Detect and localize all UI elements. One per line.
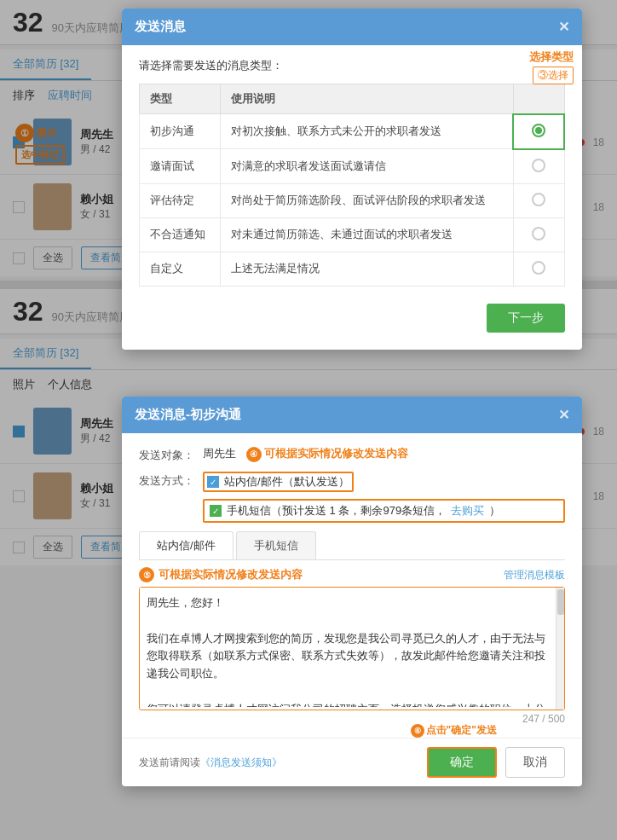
buy-sms-link[interactable]: 去购买 [451, 503, 484, 518]
dialog1-close-icon[interactable]: ✕ [558, 19, 569, 35]
footer-buttons: ⑥点击"确定"发送 确定 取消 [427, 747, 565, 778]
confirm-button[interactable]: 确定 [427, 747, 497, 778]
badge-4: ④ [246, 447, 262, 462]
textarea-wrapper [139, 587, 565, 710]
scrollbar[interactable] [556, 588, 564, 710]
email-checkbox-inner: ✓ 站内信/邮件（默认发送） [207, 474, 349, 490]
dialog2-header: 发送消息-初步沟通 ✕ [122, 397, 582, 433]
sms-option-box: ✓ 手机短信（预计发送 1 条，剩余979条短信， 去购买 ） [203, 499, 565, 523]
radio-1[interactable] [532, 159, 545, 172]
radio-0[interactable] [532, 124, 545, 137]
type-row-2-type: 评估待定 [140, 183, 221, 217]
annotation-type-wrapper: 选择类型 ③选择 [529, 49, 574, 84]
footer-notice: 发送前请阅读《消息发送须知》 [139, 756, 282, 770]
message-type-table: 类型 使用说明 初步沟通对初次接触、联系方式未公开的求职者发送邀请面试对满意的求… [139, 84, 565, 287]
dialog2-body: 发送对象： 周先生 ④可根据实际情况修改发送内容 发送方式： ✓ 站内信/邮件（… [122, 433, 582, 738]
next-btn-wrapper: 下一步 [139, 287, 565, 337]
send-to-value: 周先生 ④可根据实际情况修改发送内容 [203, 446, 565, 462]
cancel-button[interactable]: 取消 [505, 747, 565, 778]
type-row-1-type: 邀请面试 [140, 149, 221, 184]
send-to-row: 发送对象： 周先生 ④可根据实际情况修改发送内容 [139, 446, 565, 463]
next-step-button[interactable]: 下一步 [487, 304, 565, 333]
table-col2-header: 使用说明 [221, 84, 513, 114]
dialog1-body: 请选择需要发送的消息类型： 选择类型 ③选择 类型 使用说明 初步沟通对初次接触… [122, 45, 582, 350]
email-checkbox[interactable]: ✓ [207, 476, 219, 488]
content-tabs: 站内信/邮件 手机短信 [139, 531, 565, 560]
radio-3[interactable] [532, 227, 545, 240]
radio-4[interactable] [532, 261, 545, 275]
dialog-send-message: 发送消息-初步沟通 ✕ 发送对象： 周先生 ④可根据实际情况修改发送内容 发送方… [122, 397, 582, 786]
dialog2-title: 发送消息-初步沟通 [135, 407, 241, 423]
type-row-0-desc: 对初次接触、联系方式未公开的求职者发送 [221, 114, 513, 149]
table-col3-header [513, 84, 564, 114]
type-row-3-desc: 对未通过简历筛选、未通过面试的求职者发送 [221, 217, 513, 252]
manage-template-link[interactable]: 管理消息模板 [504, 568, 565, 582]
type-row-2-radio-cell[interactable] [513, 183, 564, 217]
content-ann-label: 可根据实际情况修改发送内容 [159, 567, 303, 582]
email-option-box: ✓ 站内信/邮件（默认发送） [203, 472, 354, 492]
annotation-6: ⑥点击"确定"发送 [411, 723, 497, 738]
tab-sms-content[interactable]: 手机短信 [236, 531, 316, 559]
send-to-name: 周先生 [203, 447, 236, 460]
sms-checkbox[interactable]: ✓ [210, 505, 222, 517]
ann-3-label: ③选择 [533, 67, 574, 84]
scrollbar-thumb [557, 589, 564, 615]
type-row-4-radio-cell[interactable] [513, 252, 564, 286]
send-method-label: 发送方式： [139, 472, 203, 489]
table-col1-header: 类型 [140, 84, 221, 114]
dialog1-header: 发送消息 ✕ [122, 9, 582, 45]
send-method-row: 发送方式： ✓ 站内信/邮件（默认发送） ✓ 手机短信（预计发送 1 条， [139, 472, 565, 523]
type-row-1-radio-cell[interactable] [513, 149, 564, 184]
sms-close-paren: ） [489, 503, 500, 518]
dialog2-footer: 发送前请阅读《消息发送须知》 ⑥点击"确定"发送 确定 取消 [122, 738, 582, 786]
send-to-label: 发送对象： [139, 446, 203, 463]
tab-email-content[interactable]: 站内信/邮件 [139, 531, 234, 559]
sms-option-text: 手机短信（预计发送 1 条，剩余979条短信， [227, 503, 446, 518]
annotation-4: ④可根据实际情况修改发送内容 [246, 447, 408, 460]
dialog-message-type: 发送消息 ✕ 请选择需要发送的消息类型： 选择类型 ③选择 类型 使用说明 初步… [122, 9, 582, 350]
char-count: 247 / 500 [139, 713, 565, 725]
dialog2-close-icon[interactable]: ✕ [558, 407, 569, 423]
email-option-row: ✓ 站内信/邮件（默认发送） [203, 472, 565, 492]
confirm-wrapper: ⑥点击"确定"发送 确定 [427, 747, 497, 778]
notice-link[interactable]: 《消息发送须知》 [200, 756, 282, 768]
type-row-3-radio-cell[interactable] [513, 217, 564, 252]
message-textarea[interactable] [140, 588, 564, 707]
type-row-0-radio-cell[interactable] [513, 114, 564, 149]
type-row-2-desc: 对尚处于简历筛选阶段、面试评估阶段的求职者发送 [221, 183, 513, 217]
badge-5: ⑤ [139, 567, 154, 582]
radio-2[interactable] [532, 193, 545, 206]
dialog1-description: 请选择需要发送的消息类型： [139, 58, 565, 73]
type-row-4-type: 自定义 [140, 252, 221, 286]
type-row-0-type: 初步沟通 [140, 114, 221, 149]
content-area-header: ⑤ 可根据实际情况修改发送内容 管理消息模板 [139, 567, 565, 582]
ann-select-type: 选择类型 [529, 49, 574, 65]
email-option-label: 站内信/邮件（默认发送） [224, 474, 349, 490]
badge-6: ⑥ [411, 724, 424, 738]
type-row-1-desc: 对满意的求职者发送面试邀请信 [221, 149, 513, 184]
dialog1-title: 发送消息 [135, 19, 186, 35]
content-label-wrapper: ⑤ 可根据实际情况修改发送内容 [139, 567, 303, 582]
type-row-4-desc: 上述无法满足情况 [221, 252, 513, 286]
sms-checkbox-row: ✓ 手机短信（预计发送 1 条，剩余979条短信， 去购买 ） [210, 503, 558, 518]
type-row-3-type: 不合适通知 [140, 217, 221, 252]
send-method-options: ✓ 站内信/邮件（默认发送） ✓ 手机短信（预计发送 1 条，剩余979条短信，… [203, 472, 565, 523]
